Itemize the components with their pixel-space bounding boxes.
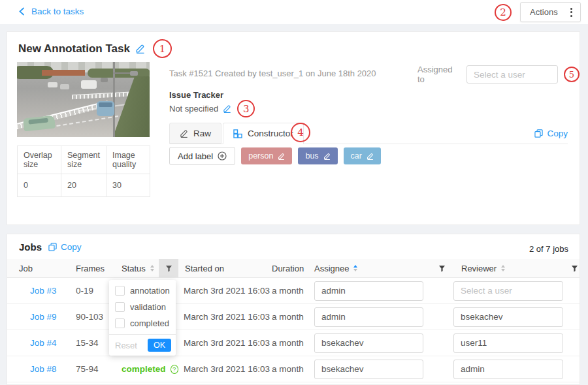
back-to-tasks-link[interactable]: Back to tasks: [18, 7, 84, 16]
pencil-icon[interactable]: [278, 153, 285, 160]
tab-constructor-label: Constructor: [248, 129, 293, 138]
back-to-tasks-label: Back to tasks: [31, 7, 84, 16]
pencil-icon[interactable]: [323, 153, 331, 160]
table-row: Job #4 15-34 March 3rd 2021 16:03 a mont…: [7, 330, 580, 356]
table-row: Job #8 75-94 completed ? March 3rd 2021 …: [7, 356, 580, 382]
actions-label: Actions: [530, 7, 558, 17]
task-title: New Annotation Task: [18, 42, 130, 55]
param-value-quality: 30: [106, 174, 150, 197]
question-circle-icon[interactable]: ?: [171, 365, 178, 374]
copy-labels-link[interactable]: Copy: [534, 129, 568, 138]
edit-title-pencil-icon[interactable]: [135, 44, 145, 54]
copy-icon: [534, 129, 543, 138]
jobs-card: Jobs Copy 2 of 7 jobs Job Frames Status …: [7, 234, 580, 385]
sort-reviewer-icon[interactable]: [501, 265, 505, 271]
issue-tracker-value: Not specified: [169, 104, 218, 114]
assignee-input[interactable]: [314, 360, 423, 379]
assignee-input[interactable]: [314, 333, 423, 353]
reviewer-input[interactable]: [453, 333, 563, 353]
table-row: Job #3 0-19 March 3rd 2021 16:03 a month: [7, 278, 580, 304]
job-link[interactable]: Job #3: [19, 286, 57, 296]
chevron-left-icon: [18, 7, 25, 16]
param-header: Overlap size: [18, 146, 61, 174]
task-preview-image: [17, 62, 150, 137]
column-assignee-label: Assignee: [314, 264, 349, 273]
reviewer-input[interactable]: [453, 281, 563, 301]
tab-raw[interactable]: Raw: [169, 123, 221, 144]
labels-tabs-bar: Raw Constructor 4 Copy: [169, 123, 568, 144]
job-link[interactable]: Job #4: [19, 338, 57, 348]
top-bar: Back to tasks 2 Actions: [0, 0, 588, 24]
column-reviewer-label: Reviewer: [461, 264, 497, 273]
task-parameters-table: Overlap size Segment size Image quality …: [17, 146, 150, 197]
label-chip-text: person: [248, 151, 273, 161]
assigned-to-label: Assigned to: [417, 65, 461, 84]
jobs-count: 2 of 7 jobs: [529, 244, 568, 254]
filter-reviewer-icon[interactable]: [569, 259, 580, 277]
checkbox[interactable]: [115, 286, 125, 296]
edit-issue-tracker-pencil-icon[interactable]: [223, 104, 231, 113]
sort-assignee-icon[interactable]: [353, 265, 357, 271]
assigned-to-input[interactable]: [466, 65, 558, 84]
column-assignee[interactable]: Assignee: [313, 259, 432, 277]
issue-tracker-label: Issue Tracker: [169, 90, 223, 100]
annotation-circle-1: 1: [153, 39, 172, 58]
copy-jobs-link[interactable]: Copy: [48, 242, 82, 252]
column-reviewer[interactable]: Reviewer: [451, 259, 569, 277]
reset-button[interactable]: Reset: [115, 341, 137, 350]
filter-option-annotation[interactable]: annotation: [109, 283, 176, 299]
label-chip-text: car: [351, 151, 362, 161]
filter-option-label: completed: [130, 318, 169, 328]
tab-raw-label: Raw: [193, 129, 211, 138]
started-cell: March 3rd 2021 16:03: [178, 286, 272, 296]
param-header: Image quality: [106, 146, 150, 174]
add-label-text: Add label: [178, 151, 213, 161]
reviewer-input[interactable]: [453, 307, 563, 327]
copy-label: Copy: [547, 129, 568, 138]
label-chip-car[interactable]: car: [344, 147, 381, 164]
task-details-card: New Annotation Task 1 Overlap size Segme…: [7, 31, 580, 225]
column-duration: Duration: [272, 259, 313, 277]
filter-status-icon[interactable]: [159, 259, 178, 277]
status-cell: completed: [122, 364, 166, 374]
plus-circle-icon: [218, 151, 227, 161]
job-link[interactable]: Job #9: [19, 312, 57, 322]
duration-cell: a month: [272, 286, 313, 296]
ok-button[interactable]: OK: [148, 339, 171, 352]
add-label-button[interactable]: Add label: [169, 147, 235, 165]
started-cell: March 3rd 2021 16:03: [178, 338, 272, 348]
filter-option-completed[interactable]: completed: [109, 315, 176, 331]
param-value-overlap: 0: [18, 174, 61, 197]
kebab-vertical-icon: [570, 8, 572, 17]
jobs-table-header: Job Frames Status Started on Duration As…: [7, 259, 580, 278]
assignee-input[interactable]: [314, 307, 423, 327]
filter-option-validation[interactable]: validation: [109, 299, 176, 315]
column-frames: Frames: [76, 259, 122, 277]
pencil-icon[interactable]: [367, 153, 374, 160]
pencil-icon: [180, 129, 188, 138]
column-started: Started on: [178, 259, 272, 277]
sort-status-icon[interactable]: [150, 265, 154, 271]
annotation-circle-3: 3: [237, 100, 255, 117]
task-meta-text: Task #1521 Created by test_user_1 on Jun…: [169, 69, 376, 78]
copy-label: Copy: [61, 242, 82, 252]
checkbox[interactable]: [115, 302, 125, 312]
frames-cell: 75-94: [76, 364, 122, 374]
duration-cell: a month: [272, 364, 313, 374]
column-job: Job: [19, 259, 76, 277]
label-chip-person[interactable]: person: [241, 147, 292, 164]
column-status[interactable]: Status: [122, 259, 159, 277]
started-cell: March 3rd 2021 16:03: [178, 364, 272, 374]
annotation-circle-2: 2: [495, 4, 512, 21]
assignee-input[interactable]: [314, 281, 423, 301]
job-link[interactable]: Job #8: [19, 364, 57, 374]
started-cell: March 3rd 2021 16:03: [178, 312, 272, 322]
label-chip-bus[interactable]: bus: [298, 147, 337, 164]
filter-assignee-icon[interactable]: [432, 259, 451, 277]
filter-option-label: validation: [130, 302, 166, 312]
column-status-label: Status: [122, 264, 146, 273]
reviewer-input[interactable]: [453, 360, 563, 379]
checkbox[interactable]: [115, 318, 125, 328]
copy-icon: [48, 243, 57, 251]
actions-button[interactable]: Actions: [520, 2, 581, 22]
